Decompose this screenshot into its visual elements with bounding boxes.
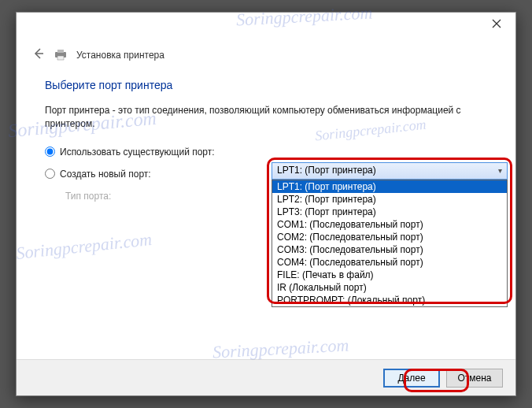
port-option[interactable]: COM4: (Последовательный порт): [272, 256, 507, 269]
footer-bar: Далее Отмена: [17, 359, 515, 395]
titlebar: [17, 13, 515, 38]
radio-use-existing-label: Использовать существующий порт:: [60, 147, 215, 158]
port-option[interactable]: LPT3: (Порт принтера): [272, 206, 507, 218]
port-option[interactable]: COM3: (Последовательный порт): [272, 243, 507, 256]
printer-icon: [53, 48, 68, 63]
header-title: Установка принтера: [76, 50, 164, 61]
port-option[interactable]: COM2: (Последовательный порт): [272, 231, 507, 243]
page-heading: Выберите порт принтера: [45, 79, 487, 91]
svg-rect-5: [57, 56, 64, 60]
description-text: Порт принтера - это тип соединения, позв…: [45, 104, 487, 131]
back-arrow-icon: [32, 47, 45, 60]
close-icon: [492, 19, 501, 28]
port-option[interactable]: COM1: (Последовательный порт): [272, 218, 507, 231]
port-dropdown-list[interactable]: LPT1: (Порт принтера) LPT2: (Порт принте…: [272, 180, 508, 307]
port-option[interactable]: LPT1: (Порт принтера): [272, 180, 507, 193]
close-button[interactable]: [481, 14, 512, 35]
next-button[interactable]: Далее: [383, 369, 440, 388]
cancel-button[interactable]: Отмена: [446, 369, 503, 388]
radio-use-existing[interactable]: [45, 147, 55, 157]
port-combo[interactable]: LPT1: (Порт принтера) ▾: [272, 162, 508, 180]
radio-create-new[interactable]: [45, 169, 55, 179]
radio-create-new-label: Создать новый порт:: [60, 169, 151, 180]
wizard-dialog: Установка принтера Выберите порт принтер…: [16, 12, 516, 396]
svg-rect-4: [57, 50, 64, 53]
port-option[interactable]: PORTPROMPT: (Локальный порт): [272, 294, 507, 306]
port-option[interactable]: FILE: (Печать в файл): [272, 269, 507, 281]
port-option[interactable]: LPT2: (Порт принтера): [272, 193, 507, 206]
port-option[interactable]: IR (Локальный порт): [272, 281, 507, 294]
chevron-down-icon: ▾: [498, 166, 502, 175]
header-row: Установка принтера: [17, 38, 515, 69]
radio-use-existing-row: Использовать существующий порт:: [45, 147, 487, 158]
port-combo-selected: LPT1: (Порт принтера): [277, 165, 376, 176]
back-button[interactable]: [32, 47, 45, 63]
